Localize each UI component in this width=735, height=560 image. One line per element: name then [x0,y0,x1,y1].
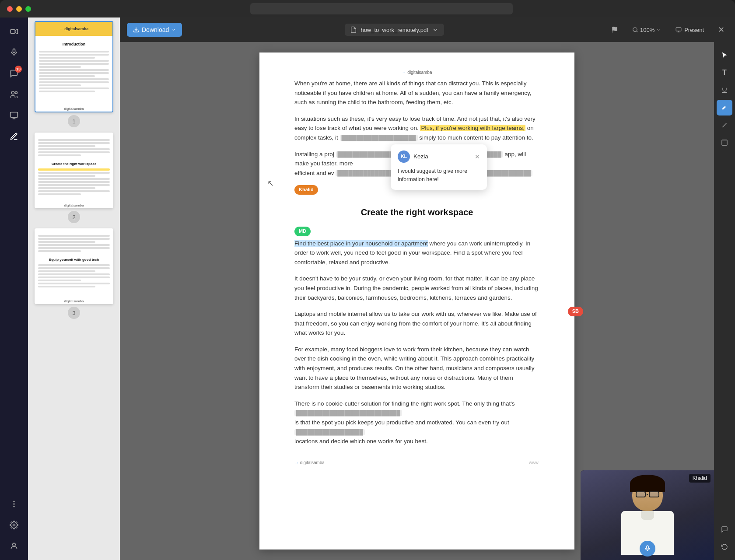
line-tool-button[interactable] [717,117,732,133]
sidebar-item-video[interactable] [5,23,23,40]
page-logo-bottom-right: www. [529,459,539,466]
present-button[interactable]: Present [670,24,709,36]
comment-popup[interactable]: KL Kezia ✕ I would suggest to give more … [391,144,487,190]
underline-tool-button[interactable] [717,82,732,98]
paragraph-1: When you're at home, there are all kinds… [294,79,539,107]
svg-rect-0 [10,30,15,33]
paragraph-6: Laptops and mobile internet allow us to … [294,309,539,338]
download-button[interactable]: Download [127,23,182,37]
thumbnail-panel: → digitalsamba Introduction [28,18,120,560]
thumb-logo-2: digitalsamba [35,203,113,208]
svg-rect-23 [722,140,727,145]
page-logo-top: → digitalsamba [402,69,432,76]
window-chrome [0,0,735,18]
svg-line-22 [722,123,726,127]
thumbnail-img-3[interactable]: Equip yourself with good tech digitalsam… [35,228,113,304]
right-toolbar: T [714,42,735,560]
comment-header: KL Kezia ✕ [398,150,480,163]
download-label: Download [142,26,169,33]
thumb-logo-3: digitalsamba [35,298,113,304]
khalid-badge[interactable]: Khalid [294,185,318,195]
close-viewer-button[interactable]: ✕ [714,23,728,36]
paragraph-8: There is no cookie-cutter solution for f… [294,399,539,446]
thumbnail-page-2[interactable]: Create the right workspace digitalsamba … [32,133,116,223]
svg-point-13 [13,543,16,546]
thumb-content-2: Create the right workspace [35,133,113,203]
toolbar: Download how_to_work_remotely.pdf [120,18,735,42]
thumbnail-page-3[interactable]: Equip yourself with good tech digitalsam… [32,228,116,319]
sidebar-icons: 13 [0,18,28,560]
svg-rect-6 [10,112,18,118]
svg-point-4 [11,91,14,94]
sidebar-item-participants[interactable] [5,86,23,103]
svg-point-12 [13,524,15,526]
thumb-header-1: → digitalsamba [35,22,112,36]
svg-point-9 [14,501,14,502]
video-participant-name: Khalid [689,474,710,483]
flag-button[interactable] [607,24,623,36]
svg-point-16 [633,28,637,32]
cursor-indicator: ↖ [267,177,274,190]
svg-rect-24 [647,546,648,549]
pdf-page: → digitalsamba When you're at home, ther… [259,52,574,550]
filename-text: how_to_work_remotely.pdf [360,27,428,33]
present-label: Present [684,27,704,33]
svg-point-10 [14,504,14,504]
text-tool-button[interactable]: T [717,65,732,80]
comment-text: I would suggest to give more information… [398,167,480,184]
maximize-button[interactable] [25,6,31,12]
sidebar-item-mic[interactable] [5,44,23,61]
paragraph-5: It doesn't have to be your study, or eve… [294,274,539,302]
svg-rect-18 [676,28,681,31]
page-number-1: 1 [68,115,80,127]
sidebar-item-more[interactable] [5,495,23,513]
cursor-tool-button[interactable] [717,47,732,63]
sidebar-item-chat[interactable]: 13 [5,65,23,82]
undo-tool-button[interactable] [717,539,732,555]
highlight-text-2: Find the best place in your household or… [294,240,428,247]
paragraph-7: For example, many food bloggers love to … [294,345,539,392]
video-mic-button[interactable] [640,541,655,556]
thumb-content-3: Equip yourself with good tech [35,228,113,298]
page-logo-bottom-left: → digitalsamba [294,459,325,466]
svg-line-17 [637,31,638,32]
video-feed: Khalid [581,470,714,560]
close-button[interactable] [7,6,13,12]
comment-close-button[interactable]: ✕ [475,153,480,160]
highlight-text-1: Plus, if you're working with large teams… [420,125,525,131]
svg-point-5 [15,91,18,94]
rect-tool-button[interactable] [717,135,732,150]
paragraph-4: Find the best place in your household or… [294,239,539,267]
comment-tool-button[interactable] [717,522,732,537]
thumb-logo-1: digitalsamba [35,106,112,112]
sidebar-item-user[interactable] [5,537,23,555]
svg-rect-2 [13,49,15,53]
filename-badge[interactable]: how_to_work_remotely.pdf [345,24,444,36]
thumb-content-1: Introduction [35,36,112,106]
zoom-label: 100% [640,27,654,33]
md-badge[interactable]: MD [294,227,311,236]
sidebar-item-annotate[interactable] [5,128,23,145]
svg-marker-1 [15,29,18,34]
section-heading: Create the right workspace [294,205,539,219]
sb-badge[interactable]: SB [568,307,583,316]
thumbnail-page-1[interactable]: → digitalsamba Introduction [32,21,116,127]
chat-badge: 13 [15,66,22,73]
zoom-button[interactable]: 100% [628,24,665,36]
address-bar [250,3,513,14]
page-number-3: 3 [68,307,80,319]
sidebar-item-settings[interactable] [5,516,23,534]
thumbnail-img-1[interactable]: → digitalsamba Introduction [35,21,113,112]
comment-user: KL Kezia [398,150,428,163]
sidebar-item-screen[interactable] [5,107,23,124]
minimize-button[interactable] [16,6,22,12]
commenter-avatar: KL [398,150,410,163]
svg-point-11 [14,506,14,507]
paragraph-2: In situations such as these, it's very e… [294,114,539,143]
thumbnail-img-2[interactable]: Create the right workspace digitalsamba [35,133,113,208]
page-number-2: 2 [68,211,80,223]
commenter-name: Kezia [413,152,428,161]
highlight-tool-button[interactable] [717,100,732,116]
